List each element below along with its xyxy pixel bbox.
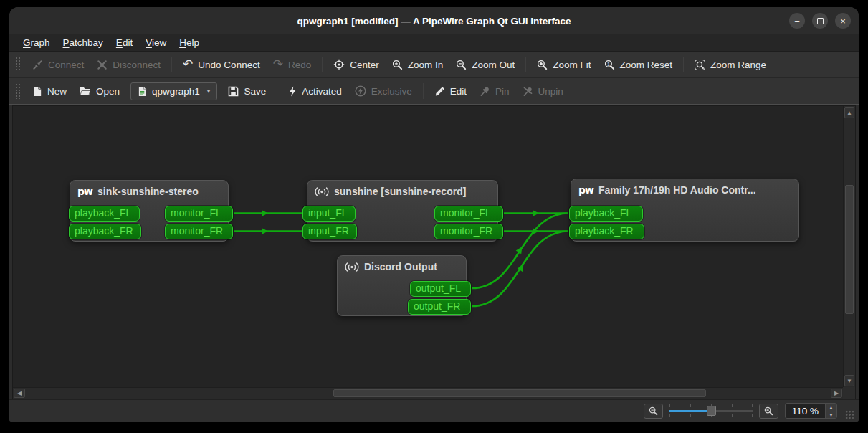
maximize-button[interactable] [812,13,828,29]
patchbay-file-combobox[interactable]: qpwgraph1 ▾ [130,82,217,100]
wire-arrow-icon [262,228,268,234]
minimize-button[interactable]: − [789,13,805,29]
close-icon: × [840,16,846,26]
scroll-up-icon[interactable]: ▲ [844,107,854,118]
magnifier-plus-icon [764,406,773,416]
circled-lightning-icon [355,85,366,97]
wire-arrow-icon [262,210,268,217]
node-title-bar: pw Family 17h/19h HD Audio Contr... [571,179,798,201]
zoom-range-icon [695,60,705,70]
unpin-icon [523,86,533,97]
zoom-fit-button[interactable]: Zoom Fit [530,56,597,74]
statusbar-zoom-in-button[interactable] [759,404,778,419]
titlebar[interactable]: qpwgraph1 [modified] — A PipeWire Graph … [9,7,859,34]
activated-button[interactable]: Activated [282,82,348,100]
zoom-out-button[interactable]: Zoom Out [449,56,521,74]
port-monitor-fl[interactable]: monitor_FL [434,206,503,222]
stream-icon [345,262,359,272]
window-title: qpwgraph1 [modified] — A PipeWire Graph … [297,16,571,27]
port-playback-fl[interactable]: playback_FL [569,206,643,222]
zoom-reset-button[interactable]: 1 Zoom Reset [598,56,679,74]
center-button[interactable]: Center [327,55,386,74]
connections-layer [13,106,843,387]
redo-button[interactable]: ↷ Redo [267,56,318,74]
patchbay-file-icon [138,86,147,97]
unpin-button[interactable]: Unpin [516,82,570,100]
graph-canvas[interactable]: pw sink-sunshine-stereo playback_FL play… [13,106,843,387]
edit-button[interactable]: Edit [428,82,473,100]
graph-node-sunshine[interactable]: sunshine [sunshine-record] input_FL inpu… [307,180,498,242]
pipewire-icon: pw [578,184,593,196]
patchbay-toolbar: New Open qpwgraph1 ▾ Save Ac [9,78,859,105]
zoom-in-icon [392,60,403,70]
undo-connect-button[interactable]: ↶ Undo Connect [176,56,267,74]
port-monitor-fr[interactable]: monitor_FR [165,224,233,239]
pencil-icon [434,86,445,97]
port-input-fr[interactable]: input_FR [302,224,357,239]
port-playback-fr[interactable]: playback_FR [569,224,644,239]
close-button[interactable]: × [835,13,851,29]
spin-down-icon[interactable]: ▼ [826,411,836,418]
node-title-bar: Discord Output [338,256,466,277]
save-button[interactable]: Save [221,82,272,100]
graph-node-family-audio[interactable]: pw Family 17h/19h HD Audio Contr... play… [571,179,799,242]
magnifier-minus-icon [649,406,658,416]
menu-graph[interactable]: Graph [16,36,57,49]
undo-icon: ↶ [183,60,193,70]
horizontal-scrollbar[interactable]: ◀ ▶ [13,387,843,399]
menu-patchbay[interactable]: Patchbay [57,36,110,49]
menu-help[interactable]: Help [173,36,206,49]
port-output-fl[interactable]: output_FL [410,281,471,297]
toolbar-separator [322,57,323,72]
zoom-slider-fill [669,410,708,412]
zoom-percent-spinbox[interactable]: 110 % ▲ ▼ [785,403,837,419]
vertical-scrollbar-thumb[interactable] [845,185,854,314]
zoom-reset-icon: 1 [604,60,615,70]
chevron-down-icon: ▾ [207,87,211,95]
scroll-down-icon[interactable]: ▼ [844,375,854,386]
zoom-in-button[interactable]: Zoom In [386,56,450,74]
new-button[interactable]: New [26,82,73,100]
menu-view[interactable]: View [139,36,173,49]
graph-viewport: pw sink-sunshine-stereo playback_FL play… [12,105,856,399]
vertical-scrollbar[interactable]: ▲ ▼ [843,106,855,387]
spin-buttons: ▲ ▼ [825,404,836,418]
toolbar-separator [525,57,526,72]
graph-node-discord-output[interactable]: Discord Output output_FL output_FR [337,255,467,316]
scrollbar-corner [843,387,855,399]
graph-toolbar: Connect Disconnect ↶ Undo Connect ↷ Redo… [9,52,859,78]
menu-edit[interactable]: Edit [110,36,139,49]
node-title-bar: sunshine [sunshine-record] [307,181,497,202]
zoom-slider-handle[interactable] [707,406,716,416]
app-window: qpwgraph1 [modified] — A PipeWire Graph … [9,7,859,422]
statusbar-zoom-out-button[interactable] [644,404,663,419]
scroll-right-icon[interactable]: ▶ [831,389,842,398]
scroll-left-icon[interactable]: ◀ [14,389,25,398]
window-resize-grip[interactable] [845,410,854,419]
graph-node-sink-sunshine-stereo[interactable]: pw sink-sunshine-stereo playback_FL play… [70,180,229,242]
toolbar-drag-handle[interactable] [15,57,20,72]
toolbar-separator [277,83,277,99]
zoom-range-button[interactable]: Zoom Range [688,56,773,74]
spin-up-icon[interactable]: ▲ [826,404,836,411]
port-monitor-fl[interactable]: monitor_FL [165,206,233,222]
node-title: sink-sunshine-stereo [97,186,199,197]
port-output-fr[interactable]: output_FR [408,299,471,315]
disconnect-icon [97,60,108,70]
node-title: Family 17h/19h HD Audio Contr... [598,184,756,196]
zoom-slider[interactable] [669,404,753,418]
port-input-fl[interactable]: input_FL [302,206,356,222]
zoom-percent-value[interactable]: 110 % [786,404,825,418]
open-folder-icon [80,86,91,96]
svg-text:1: 1 [607,61,610,66]
toolbar-drag-handle[interactable] [15,83,20,99]
exclusive-button[interactable]: Exclusive [348,82,419,100]
port-monitor-fr[interactable]: monitor_FR [434,224,503,239]
port-playback-fr[interactable]: playback_FR [69,224,141,239]
port-playback-fl[interactable]: playback_FL [69,206,140,222]
disconnect-button[interactable]: Disconnect [90,56,167,74]
pin-button[interactable]: Pin [473,82,516,100]
open-button[interactable]: Open [73,82,126,100]
connect-button[interactable]: Connect [26,56,90,74]
horizontal-scrollbar-thumb[interactable] [333,389,706,397]
